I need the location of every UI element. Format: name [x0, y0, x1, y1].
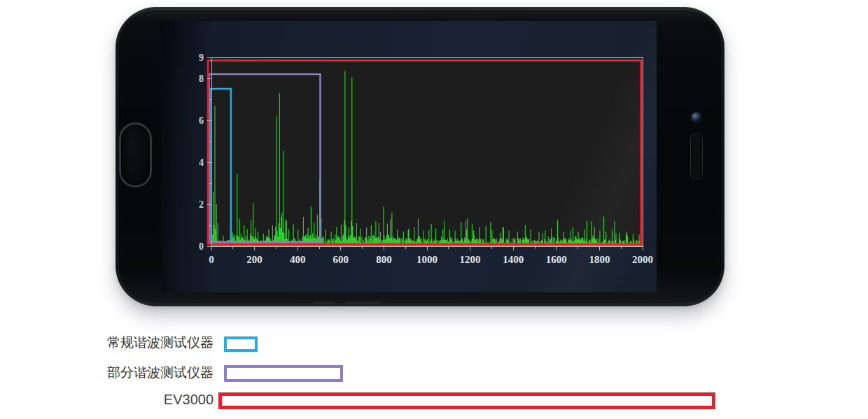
front-camera-icon — [691, 112, 702, 123]
bottom-port-slit — [314, 301, 335, 304]
phone-frame: 0200400600800100012001400160018002000024… — [115, 7, 724, 306]
svg-text:1000: 1000 — [416, 254, 438, 265]
legend-swatch-ev3000 — [218, 392, 715, 409]
svg-text:2: 2 — [199, 199, 204, 210]
legend-swatch-regular-harmonic-tester — [224, 336, 258, 352]
svg-text:6: 6 — [199, 115, 204, 126]
legend-swatch-partial-harmonic-tester — [224, 365, 343, 382]
svg-text:1200: 1200 — [460, 254, 481, 265]
svg-text:400: 400 — [290, 254, 306, 265]
legend-label-regular-harmonic-tester: 常规谐波测试仪器 — [63, 335, 214, 350]
svg-text:4: 4 — [199, 157, 204, 168]
svg-text:8: 8 — [199, 73, 204, 84]
svg-text:200: 200 — [246, 254, 262, 265]
svg-text:800: 800 — [376, 254, 392, 265]
svg-text:0: 0 — [209, 254, 214, 265]
legend-label-ev3000: EV3000 — [63, 392, 214, 407]
svg-text:9: 9 — [199, 52, 204, 63]
spectrum-chart: 0200400600800100012001400160018002000024… — [161, 21, 657, 292]
bottom-port-slit — [346, 301, 380, 304]
svg-text:600: 600 — [333, 254, 349, 265]
legend-label-partial-harmonic-tester: 部分谐波测试仪器 — [63, 365, 214, 381]
phone-screen: 0200400600800100012001400160018002000024… — [161, 21, 657, 292]
svg-text:2000: 2000 — [632, 254, 653, 265]
svg-text:0: 0 — [199, 241, 204, 252]
page: 0200400600800100012001400160018002000024… — [0, 0, 868, 419]
svg-text:1400: 1400 — [503, 254, 524, 265]
home-button — [119, 122, 152, 187]
svg-text:1800: 1800 — [589, 254, 610, 265]
svg-text:1600: 1600 — [546, 254, 567, 265]
earpiece-speaker-icon — [690, 133, 703, 179]
